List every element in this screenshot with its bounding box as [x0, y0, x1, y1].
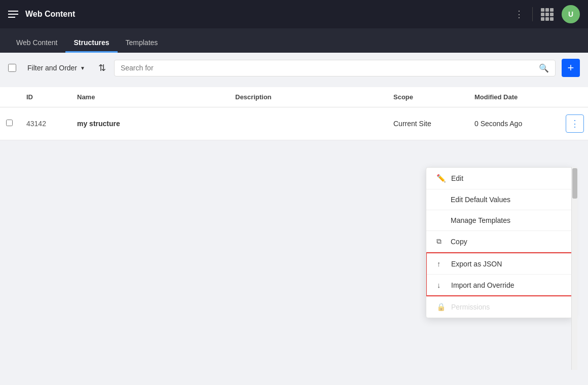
search-input[interactable]	[121, 64, 535, 72]
select-all-checkbox[interactable]	[8, 64, 16, 72]
nav-bar: Web Content Structures Templates	[0, 28, 588, 53]
context-menu-edit[interactable]: ✏️ Edit	[426, 168, 572, 189]
col-name: Name	[71, 93, 229, 101]
select-all-checkbox-area[interactable]	[8, 64, 16, 72]
add-button[interactable]: +	[562, 59, 580, 77]
app-title: Web Content	[25, 10, 75, 19]
copy-label: Copy	[451, 238, 467, 246]
row-name: my structure	[71, 120, 229, 128]
row-scope: Current Site	[387, 120, 468, 128]
context-menu-edit-default-values[interactable]: Edit Default Values	[426, 189, 572, 210]
divider	[532, 7, 533, 21]
col-checkbox	[0, 93, 20, 101]
grid-menu-icon[interactable]	[541, 8, 554, 21]
table-row: 43142 my structure Current Site 0 Second…	[0, 107, 588, 140]
copy-icon: ⧉	[436, 237, 446, 246]
manage-templates-label: Manage Templates	[451, 216, 510, 224]
avatar[interactable]: U	[562, 5, 580, 23]
row-modified-date: 0 Seconds Ago	[468, 120, 560, 128]
top-bar-left: Web Content	[8, 8, 75, 20]
row-actions-cell: ⋮	[560, 114, 588, 133]
tab-web-content[interactable]: Web Content	[8, 32, 65, 53]
tab-structures[interactable]: Structures	[65, 32, 117, 53]
search-bar: 🔍	[114, 60, 556, 76]
row-actions-button[interactable]: ⋮	[566, 114, 584, 133]
toolbar: Filter and Order ▼ ⇅ 🔍 +	[0, 53, 588, 83]
row-id: 43142	[20, 120, 71, 128]
col-description: Description	[229, 93, 387, 101]
col-id: ID	[20, 93, 71, 101]
chevron-down-icon: ▼	[80, 65, 85, 71]
sidebar-toggle-button[interactable]	[8, 8, 20, 20]
col-modified-date: Modified Date	[468, 93, 560, 101]
context-menu-manage-templates[interactable]: Manage Templates	[426, 210, 572, 231]
context-menu-copy[interactable]: ⧉ Copy	[426, 231, 572, 246]
edit-icon: ✏️	[436, 174, 446, 183]
col-scope: Scope	[387, 93, 468, 101]
table: ID Name Description Scope Modified Date …	[0, 87, 588, 140]
tab-templates[interactable]: Templates	[118, 32, 166, 53]
sort-button[interactable]: ⇅	[96, 60, 108, 75]
col-actions	[560, 93, 588, 101]
edit-label: Edit	[451, 174, 463, 182]
row-checkbox[interactable]	[6, 120, 13, 126]
top-bar-right: ⋮ U	[514, 5, 580, 23]
edit-default-values-label: Edit Default Values	[451, 196, 510, 204]
table-header: ID Name Description Scope Modified Date	[0, 87, 588, 107]
filter-and-order-button[interactable]: Filter and Order ▼	[22, 61, 90, 75]
more-options-icon[interactable]: ⋮	[514, 9, 524, 20]
dropdown-scrollbar[interactable]	[571, 167, 577, 246]
search-icon: 🔍	[539, 63, 549, 73]
top-bar: Web Content ⋮ U	[0, 0, 588, 28]
row-checkbox-cell[interactable]	[0, 120, 20, 128]
dropdown-scrollbar-thumb	[572, 168, 577, 199]
context-menu: ✏️ Edit Edit Default Values Manage Templ…	[426, 167, 573, 246]
filter-label: Filter and Order	[27, 64, 77, 72]
